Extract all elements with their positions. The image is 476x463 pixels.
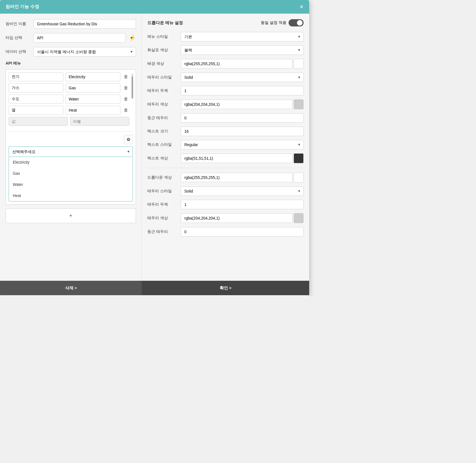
border-width2-label: 테두리 두께	[147, 202, 181, 207]
add-button[interactable]: +	[6, 208, 136, 223]
menu-item-row-electricity: 🗑	[9, 72, 129, 81]
right-header: 드롭다운 메뉴 설정 동일 설정 적용 OFF	[147, 19, 304, 26]
dropdown-item-electricity[interactable]: Electricity	[9, 157, 133, 168]
menu-label-input[interactable]	[70, 117, 129, 126]
border-width2-row: 테두리 두께	[147, 200, 304, 209]
text-color-label: 텍스트 색상	[147, 156, 181, 161]
dropdown-item-heat[interactable]: Heat	[9, 190, 133, 201]
data-select-row: 데이터 선택 서울시 지역별 에너지 소비량 종합 ▼	[6, 47, 136, 56]
border-style-row: 테두리 스타일 Solid ▼	[147, 73, 304, 82]
api-menu-container: 🗑 🗑 🗑	[6, 69, 136, 205]
menu-item-row-gas: 🗑	[9, 83, 129, 92]
text-color-input[interactable]	[181, 154, 292, 163]
dropdown-item-water[interactable]: Water	[9, 179, 133, 190]
border-width2-input[interactable]	[181, 200, 304, 209]
menu-style-select-wrapper: 기본 ▼	[181, 32, 304, 41]
menu-english-gas[interactable]	[66, 83, 120, 92]
border-style-label: 테두리 스타일	[147, 75, 181, 80]
toggle-wrapper: 동일 설정 적용 OFF	[261, 19, 304, 26]
border-width-label: 테두리 두께	[147, 88, 181, 93]
border-color2-input[interactable]	[181, 213, 292, 223]
menu-item-row-heat: 🗑	[9, 106, 129, 115]
arrow-color-label: 화살표 색상	[147, 48, 181, 53]
menu-style-select[interactable]: 기본	[181, 32, 304, 41]
border-color2-row: 테두리 색상	[147, 213, 304, 223]
menu-english-heat[interactable]	[66, 106, 120, 115]
border-width-input[interactable]	[181, 86, 304, 95]
dropdown-color-swatch[interactable]	[294, 173, 304, 183]
confirm-button[interactable]: 확인 >	[220, 285, 232, 291]
type-select-wrapper: API ▼ ⚡	[33, 33, 136, 43]
dropdown-item-gas[interactable]: Gas	[9, 168, 133, 179]
toggle-thumb	[297, 20, 303, 26]
modal-body: 컴바인 이름 타입 선택 API ▼ ⚡ 데이터 선택	[0, 14, 309, 281]
menu-english-water[interactable]	[66, 95, 120, 104]
delete-btn-heat[interactable]: 🗑	[123, 107, 129, 114]
type-label: 타입 선택	[6, 35, 33, 40]
border-color2-label: 테두리 색상	[147, 216, 181, 221]
border-color-label: 테두리 색상	[147, 102, 181, 107]
text-style-row: 텍스트 스타일 Regular ▼	[147, 140, 304, 149]
dropdown-list: Electricity Gas Water Heat	[9, 157, 133, 201]
combine-name-label: 컴바인 이름	[6, 21, 33, 26]
type-select[interactable]: API	[33, 33, 126, 43]
delete-btn-electricity[interactable]: 🗑	[123, 73, 129, 80]
arrow-color-select-wrapper: 블랙 ▼	[181, 45, 304, 55]
border-radius-input[interactable]	[181, 113, 304, 123]
border-radius2-row: 둥근 테두리	[147, 227, 304, 237]
border-width-row: 테두리 두께	[147, 86, 304, 95]
text-size-input[interactable]	[181, 127, 304, 136]
border-style2-select[interactable]: Solid	[181, 186, 304, 196]
menu-style-label: 메뉴 스타일	[147, 34, 181, 39]
border-color2-swatch[interactable]	[294, 213, 304, 223]
text-color-swatch[interactable]	[294, 153, 304, 163]
border-radius-label: 둥근 테두리	[147, 115, 181, 120]
arrow-color-row: 화살표 색상 블랙 ▼	[147, 45, 304, 55]
border-color-swatch[interactable]	[294, 99, 304, 109]
gear-row: ⚙	[9, 135, 133, 144]
border-radius2-input[interactable]	[181, 227, 304, 237]
menu-divider	[9, 131, 133, 132]
text-color-row: 텍스트 색상	[147, 153, 304, 163]
menu-korean-gas[interactable]	[9, 83, 63, 92]
data-select[interactable]: 서울시 지역별 에너지 소비량 종합	[33, 47, 136, 56]
border-style-select[interactable]: Solid	[181, 73, 304, 82]
gear-button[interactable]: ⚙	[124, 135, 133, 144]
menu-value-input[interactable]	[9, 117, 68, 126]
border-color-input[interactable]	[181, 100, 292, 109]
border-style2-row: 테두리 스타일 Solid ▼	[147, 186, 304, 196]
text-size-row: 텍스트 크기	[147, 127, 304, 136]
scrollbar-thumb[interactable]	[132, 76, 133, 98]
close-button[interactable]: ✕	[299, 4, 304, 9]
bg-color-input[interactable]	[181, 59, 292, 68]
dropdown-color-input[interactable]	[181, 173, 292, 182]
footer-right[interactable]: 확인 >	[142, 281, 309, 295]
right-section-title: 드롭다운 메뉴 설정	[147, 20, 183, 26]
dropdown-color-row: 드롭다운 색상	[147, 173, 304, 183]
menu-korean-electricity[interactable]	[9, 72, 63, 81]
text-style-select[interactable]: Regular	[181, 140, 304, 149]
data-select-wrapper: 서울시 지역별 에너지 소비량 종합 ▼	[33, 47, 136, 56]
section-divider	[147, 168, 304, 168]
scrollbar	[131, 72, 133, 128]
dropdown-placeholder-select[interactable]: 선택해주세요	[9, 146, 133, 157]
footer-left[interactable]: 삭제 >	[0, 281, 142, 295]
text-style-label: 텍스트 스타일	[147, 142, 181, 147]
dropdown-select-wrapper: 선택해주세요 ▼	[9, 146, 133, 157]
menu-korean-water[interactable]	[9, 95, 63, 104]
arrow-color-select[interactable]: 블랙	[181, 45, 304, 55]
bg-color-input-wrapper	[181, 59, 304, 69]
dropdown-color-input-wrapper	[181, 173, 304, 183]
border-radius2-label: 둥근 테두리	[147, 229, 181, 234]
delete-btn-gas[interactable]: 🗑	[123, 84, 129, 92]
delete-button[interactable]: 삭제 >	[65, 285, 77, 291]
delete-btn-water[interactable]: 🗑	[123, 95, 129, 103]
menu-korean-heat[interactable]	[9, 106, 63, 115]
menu-english-electricity[interactable]	[66, 72, 120, 81]
bg-color-swatch[interactable]	[294, 59, 304, 69]
combine-name-input[interactable]	[33, 19, 136, 29]
border-color2-input-wrapper	[181, 213, 304, 223]
api-menu-scroll-area: 🗑 🗑 🗑	[9, 72, 133, 128]
text-size-label: 텍스트 크기	[147, 129, 181, 134]
toggle-switch[interactable]: OFF	[289, 19, 304, 26]
